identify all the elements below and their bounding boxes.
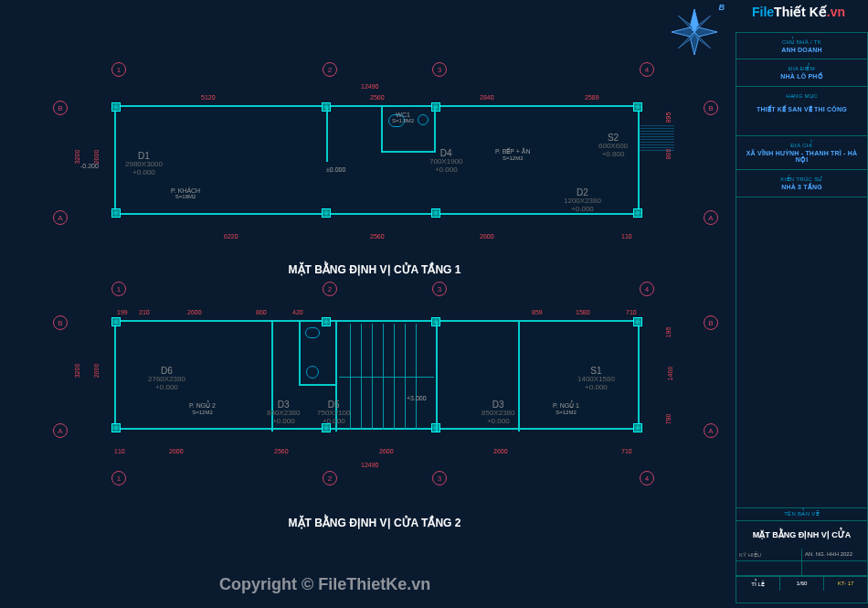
dim-f1-l1: 3200	[74, 150, 80, 165]
column-icon	[633, 102, 642, 112]
dim-f2-b0: 110	[114, 448, 125, 454]
tb-drawing-name-section: TÊN BẢN VẼ	[736, 508, 867, 521]
tb-address: ĐỊA CHỈ XÃ VĨNH HUỲNH - THANH TRÌ - HÀ N…	[736, 136, 867, 170]
tb-drawing-no: KT- 17	[824, 577, 867, 591]
grid-bubble-bbr: B	[704, 315, 718, 330]
tb-info-lbl2	[736, 561, 802, 575]
floor2-title: MẶT BẰNG ĐỊNH VỊ CỬA TẦNG 2	[192, 517, 557, 529]
sink-icon	[418, 114, 429, 125]
window-s2: S2600X600+0.800	[598, 133, 628, 159]
stair-icon	[339, 324, 434, 430]
dim-f2-l2: 2000	[93, 364, 100, 379]
tb-architect: KIẾN TRÚC SƯ NHÀ 3 TẦNG	[736, 170, 867, 197]
logo-part2: Thiết Kế	[774, 5, 827, 19]
tb-scale-label: TỈ LỆ	[736, 577, 780, 591]
tb-info-row2	[736, 561, 867, 576]
grid-bubble-1c: 1	[111, 471, 126, 485]
floor1-title: MẶT BẰNG ĐỊNH VỊ CỬA TẦNG 1	[192, 263, 557, 276]
dim-f1-top2: 2560	[370, 94, 385, 101]
dim-f1-b4: 110	[621, 233, 632, 240]
tb-owner-label: CHỦ NHÀ / TK	[740, 38, 863, 45]
dim-f2-l1: 3200	[74, 364, 80, 379]
tb-info-val: AN. NG. HHH 2022	[802, 549, 867, 560]
copyright-watermark: Copyright © FileThietKe.vn	[219, 575, 430, 594]
dim-f1-b1: 6220	[224, 233, 238, 240]
grid-bubble-1: 1	[111, 62, 126, 77]
grid-bubble-bb: B	[53, 315, 68, 330]
dim-f2-b3: 2600	[379, 448, 394, 454]
column-icon	[633, 317, 642, 326]
level-marker-2: +3.000	[407, 395, 427, 401]
dim-f1-top1: 5120	[201, 94, 216, 101]
tb-addr-value: XÃ VĨNH HUỲNH - THANH TRÌ - HÀ NỘI	[740, 150, 863, 164]
room-wc: WC1S=1.8M2	[392, 112, 414, 123]
column-icon	[431, 102, 440, 112]
dim-f2-b4: 2600	[493, 448, 508, 454]
grid-bubble-4: 4	[640, 62, 654, 77]
dim-f2-b5: 710	[621, 448, 632, 454]
grid-bubble-b-r: B	[704, 101, 718, 115]
dim-f2-r2: 1400	[667, 367, 673, 381]
tb-info-row: KÝ HIỆU AN. NG. HHH 2022	[736, 549, 867, 561]
door-d3b: D3850X2380+0.000	[482, 400, 514, 426]
north-indicator: B	[719, 3, 725, 12]
dim-f1-top3: 2840	[480, 94, 494, 101]
grid-bubble-a-r: A	[704, 210, 718, 225]
tb-arch-label: KIẾN TRÚC SƯ	[740, 176, 863, 182]
level-marker-1: ±0.000	[326, 166, 345, 173]
tb-loc-label: ĐỊA ĐIỂM	[740, 65, 863, 71]
grid-bubble-ab: A	[53, 423, 68, 438]
tb-scale-value: 1/60	[780, 577, 824, 591]
dim-f2-t10: 710	[626, 309, 637, 315]
grid-bubble-3: 3	[432, 62, 447, 77]
room-kitchen: P. BẾP + ĂNS=12M2	[495, 148, 531, 161]
column-icon	[322, 208, 331, 218]
dim-f2-t8: 859	[532, 309, 543, 315]
column-icon	[322, 317, 331, 326]
brand-logo: FileThiết Kế.vn	[752, 5, 845, 19]
column-icon	[111, 317, 121, 326]
grid-bubble-1b: 1	[111, 282, 126, 296]
dim-f1-b2: 2560	[370, 233, 385, 240]
grid-bubble-b: B	[53, 101, 68, 115]
grid-bubble-4b: 4	[640, 282, 654, 296]
dim-f2-b2: 2560	[274, 448, 289, 454]
tb-footer: TỈ LỆ 1/60 KT- 17	[736, 576, 867, 591]
dim-f1-r1: 895	[665, 112, 672, 123]
column-icon	[431, 208, 440, 218]
dim-f2-t3: 2600	[187, 309, 202, 315]
grid-bubble-abr: A	[704, 423, 718, 438]
door-d4: D4700X1900+0.000	[429, 148, 462, 175]
floor-plan-1: P. KHÁCHS=18M2 WC1S=1.8M2 P. BẾP + ĂNS=1…	[114, 105, 640, 215]
tb-info-val2	[802, 561, 867, 575]
door-d1: D12980X3000+0.000	[125, 151, 163, 177]
dim-f2-t5: 420	[292, 309, 303, 315]
compass-rose: B	[667, 5, 722, 59]
toilet-icon	[305, 327, 320, 338]
dim-f2-t9: 1580	[576, 309, 590, 315]
window-s1: S11400X1580+0.000	[577, 366, 615, 392]
dim-f1-b3: 2600	[480, 233, 494, 240]
dim-f2-t4: 860	[256, 309, 267, 315]
door-d2: D21200X2380+0.000	[564, 187, 601, 214]
grid-bubble-2c: 2	[323, 471, 337, 485]
grid-bubble-3c: 3	[432, 471, 447, 485]
dim-f2-r3: 790	[665, 414, 672, 425]
tb-cat-label: HẠNG MỤC	[740, 92, 863, 99]
dim-f1-r2: 800	[665, 149, 672, 160]
dim-f2-t2: 210	[139, 309, 150, 315]
title-block: CHỦ NHÀ / TK ANH DOANH ĐỊA ĐIỂM NHÀ LÔ P…	[736, 32, 868, 603]
tb-main-title: MẶT BẰNG ĐỊNH VỊ CỬA	[736, 521, 867, 549]
column-icon	[111, 208, 121, 218]
room-bed2: P. NGỦ 2S=12M2	[189, 402, 216, 415]
column-icon	[111, 102, 121, 112]
door-d6: D62760X2380+0.000	[148, 366, 185, 392]
tb-spacer	[736, 197, 867, 508]
dim-f2-r1: 196	[665, 327, 672, 338]
sink-icon	[306, 366, 319, 379]
grid-bubble-2b: 2	[323, 282, 337, 296]
tb-arch-value: NHÀ 3 TẦNG	[740, 184, 863, 191]
dim-f1-top4: 2589	[585, 94, 599, 101]
tb-category: HẠNG MỤC THIẾT KẾ SAN VẼ THI CÔNG	[736, 87, 867, 136]
tb-cat-value: THIẾT KẾ SAN VẼ THI CÔNG	[740, 106, 863, 113]
